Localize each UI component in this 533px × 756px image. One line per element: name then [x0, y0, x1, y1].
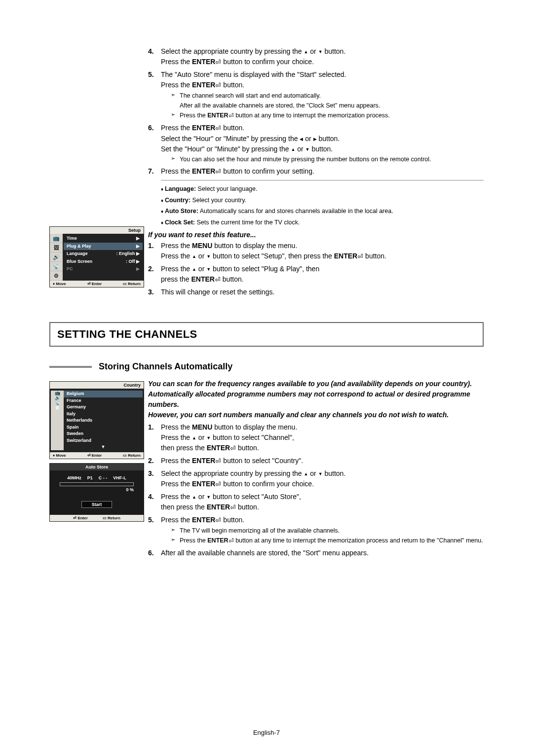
text: The TV will begin memorizing all of the … [180, 527, 340, 534]
osd-footer: ♦ Move ⏎ Enter ▭ Return [50, 281, 144, 287]
text: button to select "Channel", [211, 433, 294, 441]
text: Enter [92, 453, 102, 458]
text: button to confirm your setting. [221, 167, 314, 175]
text: Select your language. [196, 185, 257, 192]
text: Press the [161, 265, 192, 273]
osd-title: Setup [50, 227, 144, 234]
text: Press the [161, 493, 192, 501]
text: After all the available channels are sto… [180, 102, 380, 109]
reset-heading: If you want to reset this feature... [148, 231, 484, 239]
text: Press the [161, 58, 192, 66]
text: button. [236, 444, 259, 452]
text: button to select "Setup", then press the [211, 252, 334, 260]
antenna-icon: 📡 [50, 262, 63, 271]
chip: C - - [99, 475, 108, 480]
step-text: Press the or button to select "Auto Stor… [161, 492, 484, 513]
step-number: 4. [148, 492, 161, 513]
step-text: Press the ENTER⏎ button. The TV will beg… [161, 515, 484, 546]
subheading: Storing Channels Automatically [49, 361, 484, 372]
text: button. [323, 469, 346, 477]
step-number: 1. [148, 241, 161, 262]
text: The channel search will start and end au… [180, 92, 321, 99]
enter-icon: ⏎ [230, 503, 236, 513]
text: button to confirm your choice. [221, 58, 314, 66]
text-bold: ENTER [192, 58, 215, 66]
step-number: 6. [148, 123, 161, 164]
step-text: Select the appropriate country by pressi… [161, 468, 484, 490]
text: button at any time to interrupt the memo… [234, 537, 483, 544]
bottom-step-1: 1. Press the MENU button to display the … [148, 422, 484, 454]
down-icon [206, 265, 211, 273]
step-number: 5. [148, 515, 161, 546]
osd-setup-figure: Setup 📺 🖼 🔊 📡 ⚙ Time ▶Plug & Play ▶Langu… [49, 226, 144, 288]
enter-icon: ⏎ [215, 456, 221, 467]
text-bold: Auto Store: [165, 208, 198, 215]
text: then press the [161, 503, 207, 511]
text: Press the [180, 537, 207, 544]
bottom-step-2: 2. Press the ENTER⏎ button to select "Co… [148, 456, 484, 467]
text: or [308, 47, 318, 55]
text-bold: ENTER [192, 167, 215, 175]
text-bold: ENTER [207, 444, 230, 452]
text: Press the [161, 480, 192, 488]
step-6: 6. Press the ENTER⏎ button. Select the "… [148, 123, 484, 164]
move-hint: ♦ Move [53, 453, 66, 458]
osd-list: BelgiumFranceGermanyItalyNetherlandsSpai… [64, 391, 143, 450]
osd-auto-store: Auto Store 40MHz P1 C - - VHF-L 0 % Star… [49, 463, 144, 522]
text: button. [221, 81, 244, 89]
text: button. [310, 145, 333, 153]
bottom-step-6: 6. After all the available channels are … [148, 548, 484, 558]
text: Press the [161, 433, 192, 441]
text-bold: Language: [165, 185, 196, 192]
up-icon [192, 433, 196, 441]
step-text: After all the available channels are sto… [161, 548, 484, 558]
setup-icon: ⚙ [55, 405, 59, 410]
text: Press the [161, 423, 192, 431]
enter-hint: ⏎ Enter [87, 453, 102, 458]
text: or [196, 265, 206, 273]
note: The TV will begin memorizing all of the … [171, 526, 484, 536]
text-bold: ENTER [192, 81, 215, 89]
text: Move [56, 453, 66, 458]
up-icon [192, 493, 196, 501]
bullet: Country: Select your country. [161, 195, 484, 206]
right-icon [313, 135, 317, 143]
chip: P1 [87, 475, 93, 480]
down-icon [206, 433, 211, 441]
step-text: Press the MENU button to display the men… [161, 241, 484, 262]
note: Press the ENTER⏎ button at any time to i… [171, 536, 484, 546]
note: The channel search will start and end au… [171, 91, 484, 110]
intro-paragraph: You can scan for the frequency ranges av… [148, 379, 484, 420]
bottom-step-3: 3. Select the appropriate country by pre… [148, 468, 484, 490]
enter-icon: ⏎ [215, 515, 221, 526]
text: Select the "Hour" or "Minute" by pressin… [161, 135, 300, 143]
text-bold: ENTER [192, 457, 215, 465]
progress-bar [60, 482, 134, 486]
step-text: This will change or reset the settings. [161, 287, 484, 297]
osd-footer: ⏎ Enter ▭ Return [50, 515, 144, 521]
text: press the [161, 275, 191, 283]
osd-footer: ♦ Move ⏎ Enter ▭ Return [50, 452, 144, 459]
up-icon [192, 265, 196, 273]
text: button to select "Plug & Play", then [211, 265, 319, 273]
step-5: 5. The "Auto Store" menu is displayed wi… [148, 70, 484, 121]
text-bold: MENU [192, 423, 212, 431]
text: button. [221, 124, 244, 132]
down-icon [305, 145, 310, 153]
up-icon [192, 252, 196, 260]
text: then press the [161, 444, 207, 452]
text: The "Auto Store" menu is displayed with … [161, 71, 346, 78]
text: Press the [161, 516, 192, 524]
text: You can also set the hour and minute by … [180, 156, 431, 163]
tv-icon: 📺 [55, 391, 60, 396]
down-icon [318, 47, 323, 55]
chip: VHF-L [113, 475, 126, 480]
step-number: 2. [148, 264, 161, 285]
text: Set the "Hour" or "Minute" by pressing t… [161, 145, 291, 153]
step-number: 6. [148, 548, 161, 558]
text-bold: Clock Set: [165, 219, 195, 226]
text: Press the [161, 242, 192, 250]
enter-icon: ⏎ [215, 123, 221, 134]
step-number: 3. [148, 468, 161, 490]
bottom-step-5: 5. Press the ENTER⏎ button. The TV will … [148, 515, 484, 546]
